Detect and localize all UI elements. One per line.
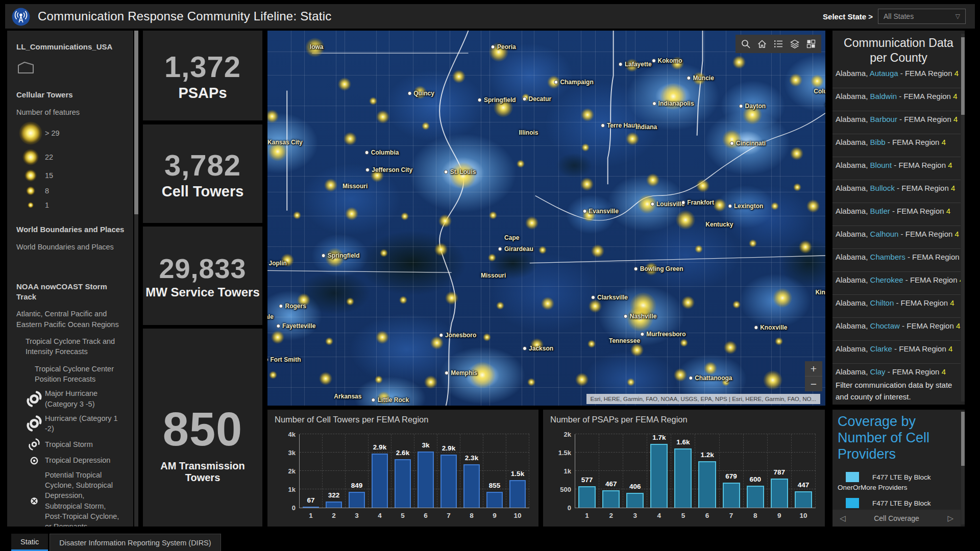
bar-region-6[interactable] [698,461,716,508]
county-state: Alabama, [836,138,868,146]
bar-region-9[interactable] [771,479,788,508]
county-row[interactable]: Alabama, Baldwin - FEMA Region 4 [832,88,961,111]
legend-dot-item: 15 [16,169,128,182]
county-filter-note: Filter communication data by state and c… [836,379,960,403]
map[interactable]: IowaPeoriaLafayetteKokomoMuncieChampaign… [267,31,825,406]
county-data-panel: Communication Data per County Alabama, A… [832,31,965,405]
chart-slot: 1.7k4 [647,434,671,508]
city-label: Terre Haute [601,122,641,129]
bar-value-label: 467 [599,480,623,488]
bar-region-7[interactable] [440,455,457,508]
bar-region-5[interactable] [395,459,411,508]
city-label: Illinois [519,129,538,136]
state-dropdown[interactable]: All States ▽ [878,9,966,24]
county-row[interactable]: Alabama, Cherokee - FEMA Region 4 [832,272,961,295]
y-axis-tick: 4k [288,431,296,438]
stat-card-cell-towers: 3,782 Cell Towers [143,124,262,223]
county-row[interactable]: Alabama, Calhoun - FEMA Region 4 [832,226,961,249]
legend-section-header: LL_Communications_USA [16,42,128,52]
tab-disaster-information-reporting-system-dirs[interactable]: Disaster Information Reporting System (D… [50,534,220,551]
zoom-in-button[interactable]: + [805,361,822,376]
home-icon[interactable] [754,35,770,53]
county-name: Clay [870,367,886,376]
county-name: Choctaw [870,321,900,330]
chart-title: Number of PSAPs per FEMA Region [550,415,688,424]
bar-region-10[interactable] [795,491,812,508]
county-state: Alabama, [836,253,868,261]
city-label: Indiana [635,123,657,131]
bar-region-2[interactable] [326,502,342,508]
city-label: Murfreesboro [640,331,685,338]
bar-region-8[interactable] [747,486,764,508]
bar-value-label: 447 [792,481,815,489]
bar-value-label: 679 [720,472,743,480]
city-label: Quincy [407,90,434,97]
county-row[interactable]: Alabama, Chambers - FEMA Region 4 [832,249,961,272]
tower-glow-icon [26,186,35,195]
county-name: Bullock [870,184,895,192]
county-row[interactable]: Alabama, Choctaw - FEMA Region 4 [832,318,961,341]
county-row[interactable]: Alabama, Chilton - FEMA Region 4 [832,295,961,318]
county-row[interactable]: Alabama, Clay - FEMA Region 4 [832,364,961,378]
bar-region-7[interactable] [723,483,740,508]
legend-list-icon[interactable] [770,35,787,53]
county-suffix: - FEMA Region [894,344,946,353]
tab-bar: StaticDisaster Information Reporting Sys… [5,531,221,551]
y-axis-tick: 2k [288,467,296,475]
x-axis-tick: 4 [369,512,391,519]
bar-region-5[interactable] [674,448,692,508]
chart-slot: 3222 [323,434,346,508]
city-label: Kansas City [267,139,303,146]
tropical-storm-icon [23,438,45,451]
county-scrollbar[interactable] [961,34,965,402]
bar-region-9[interactable] [486,492,503,508]
legend-symbol-label: Hurricane (Category 1 -2) [45,413,121,434]
city-label: Frankfort [681,199,714,206]
county-row[interactable]: Alabama, Butler - FEMA Region 4 [832,203,961,226]
county-name: Clarke [870,344,892,353]
carousel-prev-icon[interactable]: ◁ [840,514,846,523]
bar-region-4[interactable] [650,444,668,508]
layers-icon[interactable] [787,35,803,53]
legend-section-header: NOAA nowCOAST Storm Track [16,282,128,303]
county-row[interactable]: Alabama, Clarke - FEMA Region 4 [832,341,961,364]
bar-region-3[interactable] [349,492,365,508]
header-bar: Communication Response Community Lifelin… [5,4,975,29]
city-label: Missouri [342,183,368,190]
legend-scrollbar[interactable] [134,31,138,527]
county-name: Baldwin [870,92,897,101]
x-axis-tick: 7 [437,512,460,519]
bar-region-3[interactable] [626,493,644,508]
bar-region-10[interactable] [509,480,526,508]
county-row[interactable]: Alabama, Bibb - FEMA Region 4 [832,134,961,157]
county-row[interactable]: Alabama, Barbour - FEMA Region 4 [832,111,961,134]
bar-region-2[interactable] [602,490,620,508]
legend-spacer [16,252,128,267]
carousel-next-icon[interactable]: ▷ [947,514,953,523]
bar-region-1[interactable] [578,486,596,508]
bar-region-6[interactable] [418,452,434,508]
county-row[interactable]: Alabama, Blount - FEMA Region 4 [832,157,961,180]
hurricane-icon [23,390,45,408]
basemap-icon[interactable] [803,35,819,53]
county-suffix: - FEMA Region [896,298,948,307]
fema-region-number: 4 [955,230,959,238]
chart-slot: 1.2k6 [695,434,719,508]
chart-slot: 7879 [768,434,792,508]
city-label: Rogers [279,303,306,310]
zoom-out-button[interactable]: − [805,376,822,391]
coverage-scrollbar[interactable] [961,412,965,524]
bar-region-1[interactable] [303,507,320,508]
tab-static[interactable]: Static [11,534,48,551]
county-state: Alabama, [836,184,868,192]
legend-symbol-label: Tropical Depression [45,455,110,465]
county-row[interactable]: Alabama, Bullock - FEMA Region 4 [832,180,961,203]
bar-value-label: 855 [483,482,506,489]
bar-region-4[interactable] [372,454,388,508]
city-label: Arkansas [334,393,361,400]
county-row[interactable]: Alabama, Autauga - FEMA Region 4 [832,65,961,88]
chart-slot: 8493 [346,434,369,508]
bar-region-8[interactable] [463,464,480,508]
legend-symbol-label: Major Hurricane (Category 3 -5) [45,388,121,409]
search-icon[interactable] [738,35,754,53]
